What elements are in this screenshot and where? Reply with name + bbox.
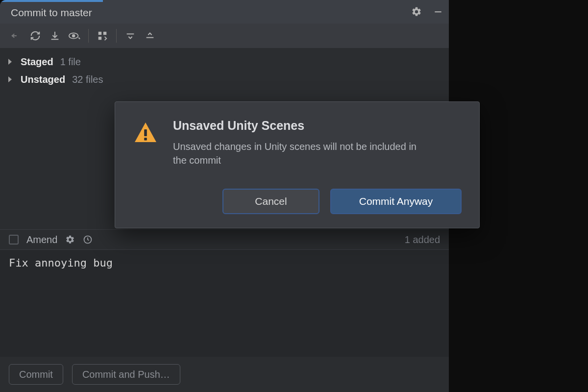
commit-anyway-button[interactable]: Commit Anyway	[330, 189, 462, 214]
commit-message-input[interactable]: Fix annoying bug	[0, 250, 449, 357]
dialog-title: Unsaved Unity Scenes	[173, 119, 428, 133]
unstaged-count: 32 files	[72, 74, 103, 85]
staged-count: 1 file	[60, 56, 81, 68]
warning-icon	[133, 121, 158, 146]
history-icon[interactable]	[83, 235, 93, 245]
download-icon[interactable]	[45, 26, 65, 46]
svg-rect-0	[435, 11, 441, 12]
commit-toolbar	[0, 24, 449, 48]
commit-message-text: Fix annoying bug	[9, 257, 113, 269]
svg-point-2	[73, 35, 75, 37]
commit-and-push-button[interactable]: Commit and Push…	[72, 364, 180, 385]
staged-label: Staged	[21, 56, 53, 68]
commit-button[interactable]: Commit	[9, 364, 63, 385]
amend-bar: Amend 1 added	[0, 229, 449, 250]
panel-header: Commit to master	[0, 0, 449, 24]
commit-footer: Commit Commit and Push…	[0, 357, 449, 392]
minimize-icon[interactable]	[427, 0, 449, 24]
chevron-right-icon	[7, 76, 14, 83]
refresh-icon[interactable]	[25, 26, 45, 46]
amend-label: Amend	[26, 234, 57, 245]
svg-rect-4	[103, 32, 106, 35]
svg-rect-5	[98, 37, 101, 40]
svg-rect-3	[98, 32, 101, 35]
tab-commit[interactable]: Commit to master	[0, 0, 103, 24]
group-icon[interactable]	[93, 26, 112, 46]
toolbar-separator	[88, 29, 89, 43]
svg-rect-7	[144, 129, 147, 136]
chevron-right-icon	[7, 58, 14, 65]
cancel-button[interactable]: Cancel	[222, 189, 319, 214]
unsaved-scenes-dialog: Unsaved Unity Scenes Unsaved changes in …	[115, 101, 480, 228]
eye-icon[interactable]	[65, 26, 84, 46]
rollback-icon[interactable]	[6, 26, 25, 46]
tab-title: Commit to master	[11, 7, 92, 19]
unstaged-label: Unstaged	[21, 74, 65, 85]
amend-checkbox[interactable]	[9, 235, 19, 245]
gear-icon[interactable]	[65, 235, 75, 245]
dialog-message: Unsaved changes in Unity scenes will not…	[173, 140, 428, 167]
unstaged-group[interactable]: Unstaged 32 files	[0, 71, 449, 88]
gear-icon[interactable]	[406, 0, 427, 24]
expand-all-icon[interactable]	[121, 26, 140, 46]
staged-group[interactable]: Staged 1 file	[0, 53, 449, 71]
toolbar-separator	[116, 29, 117, 43]
svg-rect-8	[144, 138, 147, 141]
changes-summary: 1 added	[405, 234, 440, 245]
collapse-all-icon[interactable]	[140, 26, 160, 46]
